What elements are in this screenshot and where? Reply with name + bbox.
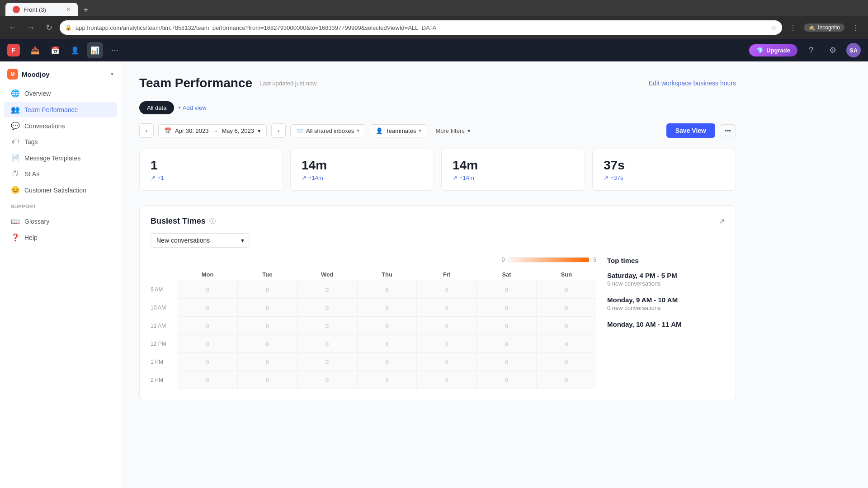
upgrade-button[interactable]: 💎 Upgrade: [749, 44, 797, 56]
section-title: Busiest Times: [151, 216, 206, 226]
help-button[interactable]: ?: [803, 42, 819, 58]
external-link-icon[interactable]: ↗: [719, 217, 725, 225]
cell-2pm-sun: 0: [537, 371, 596, 389]
cell-11am-mon: 0: [178, 317, 237, 335]
nav-icon-analytics[interactable]: 📊: [87, 42, 103, 58]
support-nav: 📖 Glossary ❓ Help: [0, 211, 121, 248]
top-time-item-2: Monday, 10 AM - 11 AM: [607, 320, 725, 328]
save-view-button[interactable]: Save View: [666, 123, 715, 138]
cell-2pm-sat: 0: [476, 371, 536, 389]
app-layout: F 📥 📅 👤 📊 ⋯ 💎 Upgrade ? ⚙ SA M Moodjoy ▾: [0, 39, 868, 488]
sidebar-item-glossary[interactable]: 📖 Glossary: [4, 213, 117, 229]
org-header[interactable]: M Moodjoy ▾: [0, 61, 121, 83]
top-times-panel: Top times Saturday, 4 PM - 5 PM 5 new co…: [607, 257, 725, 389]
cell-9am-fri: 0: [417, 281, 476, 299]
org-icon: M: [7, 69, 18, 80]
section-header: Busiest Times ⓘ ↗: [151, 216, 725, 226]
sidebar-item-message-templates[interactable]: 📄 Message Templates: [4, 150, 117, 166]
heatmap-left: 0 5 Mon Tue Wed Thu: [151, 257, 596, 389]
cell-1pm-wed: 0: [297, 353, 357, 371]
metric-selector-label: New conversations: [156, 237, 210, 244]
top-time-day-0: Saturday, 4 PM - 5 PM: [607, 272, 725, 279]
sidebar-item-tags[interactable]: 🏷 Tags: [4, 134, 117, 150]
more-filters-chevron-icon: ▾: [467, 127, 471, 134]
sidebar-item-slas-label: SLAs: [24, 170, 39, 178]
inbox-chevron-icon: ▾: [357, 127, 359, 134]
page-header: Team Performance Last updated just now E…: [139, 76, 736, 90]
cell-9am-sat: 0: [476, 281, 536, 299]
teammates-icon: 👤: [376, 127, 383, 134]
view-tabs: All data + Add view: [139, 101, 736, 114]
cell-11am-thu: 0: [357, 317, 417, 335]
heatmap-header-fri: Fri: [417, 268, 476, 281]
page-subtitle: Last updated just now: [259, 80, 316, 87]
time-label-11am: 11 AM: [151, 317, 178, 335]
upgrade-icon: 💎: [756, 47, 764, 54]
tab-title: Front (3): [24, 6, 46, 13]
back-button[interactable]: ←: [5, 20, 20, 35]
nav-icon-inbox[interactable]: 📥: [27, 42, 43, 58]
stat-change-value-0: +1: [157, 174, 164, 181]
cell-1pm-tue: 0: [237, 353, 297, 371]
heatmap-header-wed: Wed: [297, 268, 357, 281]
app-logo[interactable]: F: [7, 44, 20, 56]
forward-button[interactable]: →: [24, 20, 38, 35]
teammates-chevron-icon: ▾: [419, 127, 421, 134]
sidebar-item-slas[interactable]: ⏱ SLAs: [4, 166, 117, 182]
avatar[interactable]: SA: [846, 43, 861, 57]
tags-icon: 🏷: [11, 138, 20, 146]
cell-12pm-sun: 0: [537, 335, 596, 353]
org-name: Moodjoy: [22, 70, 107, 78]
address-bar[interactable]: 🔒 app.frontapp.com/analytics/team/tim:78…: [60, 20, 782, 35]
nav-icon-contacts[interactable]: 👤: [67, 42, 83, 58]
tab-close-button[interactable]: ×: [66, 5, 71, 14]
date-from: Apr 30, 2023: [175, 127, 208, 134]
cell-9am-wed: 0: [297, 281, 357, 299]
sidebar-item-customer-satisfaction[interactable]: 😊 Customer Satisfaction: [4, 182, 117, 198]
date-prev-button[interactable]: ‹: [139, 123, 154, 138]
info-icon[interactable]: ⓘ: [209, 217, 216, 225]
browser-menu-button[interactable]: ⋮: [848, 20, 863, 35]
cell-10am-sun: 0: [537, 299, 596, 317]
add-view-label: + Add view: [178, 104, 206, 111]
date-next-button[interactable]: ›: [271, 123, 286, 138]
refresh-button[interactable]: ↻: [42, 20, 56, 35]
stat-value-0: 1: [151, 158, 272, 173]
app-topbar: F 📥 📅 👤 📊 ⋯ 💎 Upgrade ? ⚙ SA: [0, 39, 868, 61]
metric-selector[interactable]: New conversations ▾: [151, 233, 250, 248]
sidebar-item-help[interactable]: ❓ Help: [4, 230, 117, 245]
settings-button[interactable]: ⚙: [825, 42, 841, 58]
tab-all-data[interactable]: All data: [139, 101, 174, 114]
globe-icon: 🌐: [11, 89, 20, 98]
extensions-button[interactable]: ⋮: [786, 20, 800, 35]
teammates-filter[interactable]: 👤 Teammates ▾: [370, 124, 427, 137]
sidebar-item-team-performance[interactable]: 👥 Team Performance: [4, 102, 117, 117]
stat-value-1: 14m: [302, 158, 423, 173]
nav-icon-calendar[interactable]: 📅: [47, 42, 63, 58]
more-filters-button[interactable]: More filters ▾: [432, 125, 474, 137]
time-label-9am: 9 AM: [151, 281, 178, 299]
sidebar-item-conversations-label: Conversations: [24, 122, 65, 130]
stat-value-3: 37s: [604, 158, 725, 173]
cell-11am-wed: 0: [297, 317, 357, 335]
tab-favicon: [13, 6, 20, 13]
heatmap-grid: Mon Tue Wed Thu Fri Sat Sun 9 AM 0 0: [151, 268, 596, 389]
nav-icon-more[interactable]: ⋯: [107, 42, 123, 58]
add-view-button[interactable]: + Add view: [178, 104, 206, 111]
cell-2pm-wed: 0: [297, 371, 357, 389]
team-icon: 👥: [11, 105, 20, 114]
cell-9am-mon: 0: [178, 281, 237, 299]
stat-change-arrow-icon-2: ↗: [453, 174, 458, 181]
active-tab[interactable]: Front (3) ×: [5, 3, 78, 16]
inbox-filter[interactable]: 📨 All shared inboxes ▾: [290, 124, 365, 137]
cell-12pm-tue: 0: [237, 335, 297, 353]
new-tab-button[interactable]: +: [80, 4, 92, 16]
date-range-picker[interactable]: 📅 Apr 30, 2023 → May 6, 2023 ▾: [158, 124, 267, 137]
cell-10am-wed: 0: [297, 299, 357, 317]
edit-business-hours-link[interactable]: Edit workspace business hours: [649, 80, 736, 87]
more-options-button[interactable]: •••: [720, 124, 736, 137]
stat-change-arrow-icon-1: ↗: [302, 174, 307, 181]
sidebar-item-overview[interactable]: 🌐 Overview: [4, 85, 117, 101]
sidebar-item-conversations[interactable]: 💬 Conversations: [4, 118, 117, 134]
busiest-times-section: Busiest Times ⓘ ↗ New conversations ▾ 0: [139, 205, 736, 400]
